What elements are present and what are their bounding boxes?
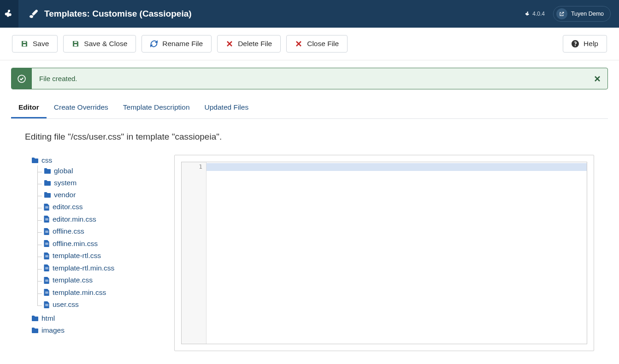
- tree-folder-html[interactable]: html: [31, 314, 55, 323]
- tree-file[interactable]: user.css: [44, 300, 79, 309]
- close-file-button[interactable]: Close File: [286, 35, 348, 53]
- line-gutter: 1: [182, 162, 206, 344]
- delete-button[interactable]: Delete File: [217, 35, 281, 53]
- joomla-small-icon: [525, 11, 531, 17]
- user-menu-button[interactable]: Tuyen Demo: [553, 6, 611, 22]
- brush-icon: [29, 9, 38, 18]
- tree-folder[interactable]: vendor: [44, 191, 76, 199]
- delete-label: Delete File: [238, 40, 272, 48]
- tabs: Editor Create Overrides Template Descrip…: [11, 98, 608, 119]
- tree-folder[interactable]: system: [44, 179, 77, 187]
- tree-file[interactable]: template-rtl.min.css: [44, 264, 114, 272]
- save-close-label: Save & Close: [84, 40, 127, 48]
- rename-button[interactable]: Rename File: [141, 35, 212, 53]
- joomla-icon: [4, 9, 14, 19]
- save-label: Save: [33, 40, 49, 48]
- editing-heading: Editing file "/css/user.css" in template…: [25, 132, 607, 142]
- tree-folder-css[interactable]: css: [31, 156, 52, 164]
- x-icon: [226, 40, 233, 47]
- user-name: Tuyen Demo: [571, 11, 604, 17]
- save-close-button[interactable]: Save & Close: [63, 35, 136, 53]
- version-label: 4.0.4: [525, 11, 545, 17]
- success-alert: File created.: [11, 68, 608, 89]
- floppy-icon: [72, 40, 79, 47]
- code-body[interactable]: [206, 162, 587, 344]
- page-title: Templates: Customise (Cassiopeia): [44, 9, 192, 19]
- toolbar: Save Save & Close Rename File Delete Fil…: [0, 28, 619, 60]
- tree-file[interactable]: template.min.css: [44, 288, 106, 297]
- line-number: 1: [182, 163, 202, 170]
- code-editor[interactable]: 1: [181, 162, 587, 344]
- tree-file[interactable]: template.css: [44, 276, 93, 284]
- save-button[interactable]: Save: [12, 35, 58, 53]
- tree-file[interactable]: editor.min.css: [44, 215, 96, 223]
- external-icon: [556, 8, 567, 19]
- help-button[interactable]: Help: [563, 35, 607, 53]
- editor-pane: 1: [174, 155, 594, 351]
- close-label: Close File: [307, 40, 339, 48]
- alert-message: File created.: [32, 68, 587, 89]
- help-label: Help: [584, 40, 598, 48]
- floppy-icon: [21, 40, 28, 47]
- refresh-icon: [150, 40, 158, 47]
- tree-file[interactable]: offline.min.css: [44, 240, 98, 248]
- check-circle-icon: [12, 68, 32, 89]
- tab-overrides[interactable]: Create Overrides: [47, 98, 116, 118]
- active-line-highlight: [206, 163, 587, 171]
- tab-updated[interactable]: Updated Files: [197, 98, 256, 118]
- alert-close-button[interactable]: [587, 68, 607, 89]
- tree-folder-images[interactable]: images: [31, 326, 65, 335]
- file-tree: css global system vendor editor.css edit…: [25, 155, 163, 351]
- tab-editor[interactable]: Editor: [11, 98, 47, 118]
- rename-label: Rename File: [162, 40, 203, 48]
- tree-file[interactable]: template-rtl.css: [44, 252, 101, 260]
- joomla-logo[interactable]: [0, 0, 18, 28]
- header: Templates: Customise (Cassiopeia) 4.0.4 …: [0, 0, 619, 28]
- tree-file[interactable]: offline.css: [44, 227, 84, 235]
- x-icon: [295, 40, 302, 47]
- tree-file[interactable]: editor.css: [44, 203, 83, 211]
- question-icon: [572, 40, 579, 47]
- tab-description[interactable]: Template Description: [116, 98, 197, 118]
- tree-folder[interactable]: global: [44, 167, 73, 175]
